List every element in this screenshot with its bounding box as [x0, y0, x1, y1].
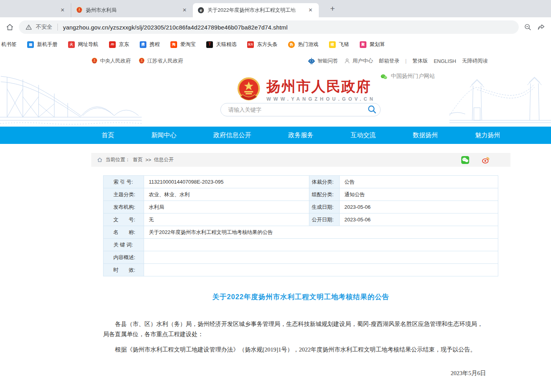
- site-logo[interactable]: 扬州市人民政府 WWW.YANGZHOU.GOV.CN: [236, 76, 375, 105]
- site-url-caption: WWW.YANGZHOU.GOV.CN: [266, 96, 375, 102]
- home-icon[interactable]: [6, 23, 14, 31]
- bookmark-item[interactable]: 东方 东方头条: [247, 41, 277, 48]
- bookmark-label: 京东: [119, 41, 129, 48]
- bookmark-label: 东方头条: [257, 41, 277, 48]
- meta-label-cell: 公开日期:: [309, 213, 340, 226]
- nav-item-charm[interactable]: 魅力扬州: [475, 131, 500, 140]
- meta-value-cell: 2023-05-06: [340, 201, 498, 213]
- link-traditional-chinese[interactable]: 繁体版: [412, 57, 428, 64]
- breadcrumb-current[interactable]: 信息公开: [154, 156, 174, 163]
- bookmark-item[interactable]: JD 京东: [109, 41, 129, 48]
- bookmark-label: 网址导航: [78, 41, 98, 48]
- meta-label-cell: 内容概述:: [104, 251, 144, 264]
- breadcrumb: 当前位置： 首页 >> 信息公开: [91, 153, 510, 167]
- share-icon[interactable]: [537, 23, 545, 31]
- link-user-center[interactable]: 用户中心: [344, 57, 373, 64]
- portal-link[interactable]: 中国扬州门户网站: [380, 73, 435, 80]
- security-label: 不安全: [36, 24, 52, 31]
- browser-tab-strip: ✕ 扬州市水利局 ✕ e 关于2022年度扬州市水利工程文明工地 ✕ +: [0, 0, 551, 17]
- link-central-gov[interactable]: 中央人民政府: [91, 57, 131, 64]
- national-emblem-icon: [236, 76, 261, 105]
- nav-item-news[interactable]: 新闻中心: [151, 131, 176, 140]
- games-icon: 热: [288, 41, 295, 48]
- browser-logo-favicon: e: [198, 7, 204, 14]
- bookmark-item[interactable]: 热 热门游戏: [288, 41, 318, 48]
- meta-row: 文 号: 无 公开日期: 2023-05-06: [104, 213, 498, 226]
- close-icon[interactable]: ✕: [307, 7, 314, 14]
- gov-emblem-icon: [139, 57, 145, 64]
- content-container: 当前位置： 首页 >> 信息公开 索 引 号: 1132100001440709: [91, 153, 510, 392]
- bookmark-item[interactable]: 聚 聚划算: [360, 41, 385, 48]
- nav-item-info-disclosure[interactable]: 政府信息公开: [213, 131, 251, 140]
- main-navigation: 首页 新闻中心 政府信息公开 政务服务 互动交流 数据扬州 魅力扬州: [0, 127, 551, 144]
- meta-value-cell: 公告: [340, 176, 498, 188]
- close-icon[interactable]: ✕: [181, 7, 188, 14]
- bookmark-label: 携程: [150, 41, 160, 48]
- meta-row: 时 效:: [104, 264, 498, 276]
- search-button[interactable]: [367, 105, 377, 115]
- breadcrumb-home-link[interactable]: 首页: [133, 156, 143, 163]
- article-date: 2023年5月6日: [91, 370, 510, 377]
- link-smart-qa[interactable]: 智能问答: [308, 57, 338, 64]
- tmall-icon: T: [206, 41, 213, 48]
- gov-emblem-favicon: [76, 7, 83, 14]
- bookmark-item[interactable]: 淘 爱淘宝: [170, 41, 196, 48]
- meta-label-cell: 组配分类:: [309, 188, 340, 201]
- new-tab-button[interactable]: +: [327, 4, 338, 14]
- meta-row: 名 称: 关于2022年度扬州市水利工程文明工地考核结果的公告: [104, 226, 498, 239]
- link-jiangsu-gov[interactable]: 江苏省人民政府: [139, 57, 183, 64]
- meta-label-cell: 索 引 号:: [104, 176, 144, 188]
- bookmark-item[interactable]: 火 网址导航: [68, 41, 98, 48]
- article-paragraph: 各县（市、区）水利（务）局，扬州经济开发区城乡事务管理局，生态科技新城规划建设局…: [103, 319, 486, 339]
- nav-item-data[interactable]: 数据扬州: [413, 131, 438, 140]
- address-bar[interactable]: 不安全 yangzhou.gov.cn/yzszxxgk/slj/202305/…: [19, 20, 519, 34]
- jd-icon: JD: [109, 41, 116, 48]
- link-english[interactable]: ENGLISH: [434, 58, 456, 64]
- divider: [57, 24, 58, 31]
- meta-row: 索 引 号: 11321000014407098E-2023-095 体裁分类:…: [104, 176, 498, 188]
- meta-value-cell: 关于2022年度扬州市水利工程文明工地考核结果的公告: [144, 226, 498, 239]
- meta-row: 主题分类: 农业、林业、水利 组配分类: 通知公告: [104, 188, 498, 201]
- fliggy-icon: 猪: [329, 41, 336, 48]
- gov-emblem-icon: [91, 57, 98, 64]
- wechat-share-icon[interactable]: [461, 156, 470, 164]
- meta-value-cell: 无: [144, 213, 309, 226]
- meta-value-cell: 水利局: [144, 201, 309, 213]
- meta-label-cell: 关 键 词:: [104, 239, 144, 251]
- article: 关于2022年度扬州市水利工程文明工地考核结果的公告 各县（市、区）水利（务）局…: [91, 292, 510, 392]
- browser-tab-2-active[interactable]: e 关于2022年度扬州市水利工程文明工地 ✕: [193, 3, 319, 17]
- weibo-share-icon[interactable]: [481, 156, 490, 164]
- taobao-icon: 淘: [170, 41, 177, 48]
- divider: |: [405, 58, 407, 64]
- bookmark-item[interactable]: 携 携程: [140, 41, 160, 48]
- meta-value-cell: [144, 239, 498, 251]
- meta-label-cell: 文 号:: [104, 213, 144, 226]
- bookmark-label: 聚划算: [370, 41, 385, 48]
- gov-utility-bar: 中央人民政府 江苏省人民政府 智能问答: [0, 52, 551, 70]
- breadcrumb-separator: >>: [146, 157, 152, 163]
- not-secure-warning-icon: [25, 24, 32, 31]
- zoom-out-icon[interactable]: [523, 23, 532, 31]
- bookmark-label: 飞猪: [339, 41, 349, 48]
- bookmark-label: 爱淘宝: [180, 41, 196, 48]
- close-icon[interactable]: ✕: [59, 7, 66, 14]
- meta-label-cell: 发布机构:: [104, 201, 144, 213]
- article-title: 关于2022年度扬州市水利工程文明工地考核结果的公告: [91, 292, 510, 302]
- wechat-icon: [380, 73, 388, 80]
- link-mail-login[interactable]: 邮箱登录: [379, 57, 399, 64]
- nav-item-home[interactable]: 首页: [102, 131, 114, 140]
- juhuasuan-icon: 聚: [360, 41, 366, 48]
- browser-tab-partial[interactable]: ✕: [0, 3, 71, 17]
- bookmark-item[interactable]: 机书签: [1, 41, 17, 48]
- bookmark-item[interactable]: T 天猫精选: [206, 41, 237, 48]
- link-accessible-reading[interactable]: 无障碍阅读: [462, 57, 488, 64]
- search-input[interactable]: [228, 107, 367, 113]
- bookmark-item[interactable]: ▤ 新机手册: [27, 41, 57, 48]
- meta-row: 关 键 词:: [104, 239, 498, 251]
- bookmark-item[interactable]: 猪 飞猪: [329, 41, 349, 48]
- browser-tab-1[interactable]: 扬州市水利局 ✕: [71, 3, 193, 17]
- bridge-art-right: [449, 70, 551, 127]
- meta-row: 发布机构: 水利局 生成日期: 2023-05-06: [104, 201, 498, 213]
- nav-item-interaction[interactable]: 互动交流: [351, 131, 376, 140]
- nav-item-services[interactable]: 政务服务: [288, 131, 313, 140]
